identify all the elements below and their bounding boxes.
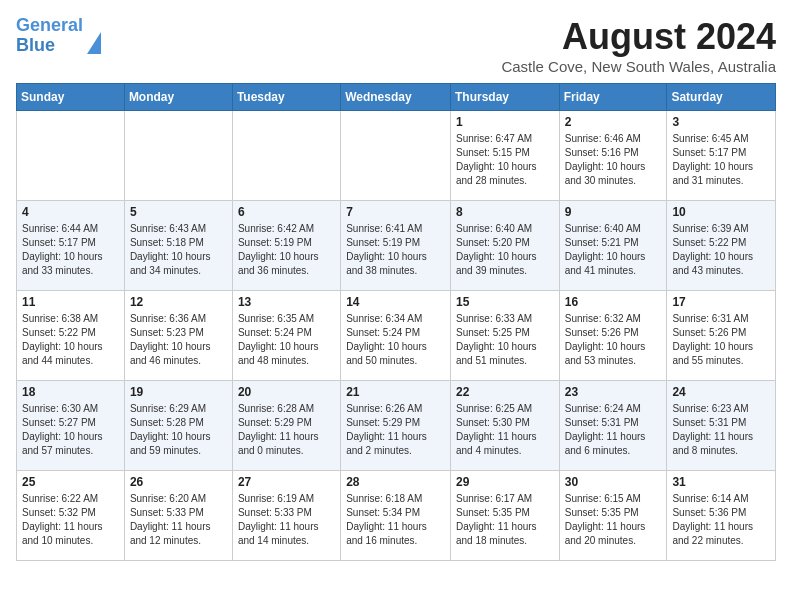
day-number: 20 (238, 385, 335, 399)
column-header-tuesday: Tuesday (232, 84, 340, 111)
day-info: Sunrise: 6:43 AM Sunset: 5:18 PM Dayligh… (130, 222, 227, 278)
day-number: 23 (565, 385, 662, 399)
calendar-cell: 20Sunrise: 6:28 AM Sunset: 5:29 PM Dayli… (232, 381, 340, 471)
title-block: August 2024 Castle Cove, New South Wales… (501, 16, 776, 75)
day-info: Sunrise: 6:40 AM Sunset: 5:20 PM Dayligh… (456, 222, 554, 278)
calendar-cell: 12Sunrise: 6:36 AM Sunset: 5:23 PM Dayli… (124, 291, 232, 381)
logo: General Blue (16, 16, 101, 56)
day-number: 31 (672, 475, 770, 489)
day-number: 22 (456, 385, 554, 399)
day-info: Sunrise: 6:45 AM Sunset: 5:17 PM Dayligh… (672, 132, 770, 188)
day-number: 8 (456, 205, 554, 219)
day-info: Sunrise: 6:31 AM Sunset: 5:26 PM Dayligh… (672, 312, 770, 368)
day-info: Sunrise: 6:14 AM Sunset: 5:36 PM Dayligh… (672, 492, 770, 548)
calendar-cell: 26Sunrise: 6:20 AM Sunset: 5:33 PM Dayli… (124, 471, 232, 561)
calendar-table: SundayMondayTuesdayWednesdayThursdayFrid… (16, 83, 776, 561)
day-info: Sunrise: 6:30 AM Sunset: 5:27 PM Dayligh… (22, 402, 119, 458)
day-number: 13 (238, 295, 335, 309)
day-info: Sunrise: 6:25 AM Sunset: 5:30 PM Dayligh… (456, 402, 554, 458)
day-number: 28 (346, 475, 445, 489)
day-number: 3 (672, 115, 770, 129)
day-info: Sunrise: 6:22 AM Sunset: 5:32 PM Dayligh… (22, 492, 119, 548)
calendar-cell: 11Sunrise: 6:38 AM Sunset: 5:22 PM Dayli… (17, 291, 125, 381)
calendar-cell: 28Sunrise: 6:18 AM Sunset: 5:34 PM Dayli… (341, 471, 451, 561)
column-header-saturday: Saturday (667, 84, 776, 111)
calendar-cell: 7Sunrise: 6:41 AM Sunset: 5:19 PM Daylig… (341, 201, 451, 291)
calendar-week-row: 4Sunrise: 6:44 AM Sunset: 5:17 PM Daylig… (17, 201, 776, 291)
calendar-cell: 21Sunrise: 6:26 AM Sunset: 5:29 PM Dayli… (341, 381, 451, 471)
day-info: Sunrise: 6:44 AM Sunset: 5:17 PM Dayligh… (22, 222, 119, 278)
day-number: 4 (22, 205, 119, 219)
calendar-cell: 8Sunrise: 6:40 AM Sunset: 5:20 PM Daylig… (450, 201, 559, 291)
calendar-cell (341, 111, 451, 201)
day-info: Sunrise: 6:23 AM Sunset: 5:31 PM Dayligh… (672, 402, 770, 458)
day-info: Sunrise: 6:17 AM Sunset: 5:35 PM Dayligh… (456, 492, 554, 548)
day-number: 7 (346, 205, 445, 219)
day-number: 29 (456, 475, 554, 489)
day-number: 19 (130, 385, 227, 399)
day-info: Sunrise: 6:19 AM Sunset: 5:33 PM Dayligh… (238, 492, 335, 548)
calendar-cell: 30Sunrise: 6:15 AM Sunset: 5:35 PM Dayli… (559, 471, 667, 561)
day-info: Sunrise: 6:40 AM Sunset: 5:21 PM Dayligh… (565, 222, 662, 278)
calendar-header-row: SundayMondayTuesdayWednesdayThursdayFrid… (17, 84, 776, 111)
day-number: 17 (672, 295, 770, 309)
day-number: 25 (22, 475, 119, 489)
calendar-week-row: 1Sunrise: 6:47 AM Sunset: 5:15 PM Daylig… (17, 111, 776, 201)
calendar-cell: 13Sunrise: 6:35 AM Sunset: 5:24 PM Dayli… (232, 291, 340, 381)
location-subtitle: Castle Cove, New South Wales, Australia (501, 58, 776, 75)
day-info: Sunrise: 6:35 AM Sunset: 5:24 PM Dayligh… (238, 312, 335, 368)
column-header-friday: Friday (559, 84, 667, 111)
logo-triangle-icon (87, 32, 101, 54)
day-number: 16 (565, 295, 662, 309)
calendar-cell: 1Sunrise: 6:47 AM Sunset: 5:15 PM Daylig… (450, 111, 559, 201)
day-number: 10 (672, 205, 770, 219)
column-header-monday: Monday (124, 84, 232, 111)
calendar-cell: 29Sunrise: 6:17 AM Sunset: 5:35 PM Dayli… (450, 471, 559, 561)
day-number: 6 (238, 205, 335, 219)
calendar-cell: 5Sunrise: 6:43 AM Sunset: 5:18 PM Daylig… (124, 201, 232, 291)
calendar-cell: 27Sunrise: 6:19 AM Sunset: 5:33 PM Dayli… (232, 471, 340, 561)
calendar-cell: 19Sunrise: 6:29 AM Sunset: 5:28 PM Dayli… (124, 381, 232, 471)
day-number: 15 (456, 295, 554, 309)
calendar-cell: 23Sunrise: 6:24 AM Sunset: 5:31 PM Dayli… (559, 381, 667, 471)
day-info: Sunrise: 6:33 AM Sunset: 5:25 PM Dayligh… (456, 312, 554, 368)
day-info: Sunrise: 6:18 AM Sunset: 5:34 PM Dayligh… (346, 492, 445, 548)
day-info: Sunrise: 6:20 AM Sunset: 5:33 PM Dayligh… (130, 492, 227, 548)
month-year-title: August 2024 (501, 16, 776, 58)
day-info: Sunrise: 6:39 AM Sunset: 5:22 PM Dayligh… (672, 222, 770, 278)
day-info: Sunrise: 6:41 AM Sunset: 5:19 PM Dayligh… (346, 222, 445, 278)
day-number: 5 (130, 205, 227, 219)
day-number: 18 (22, 385, 119, 399)
day-info: Sunrise: 6:46 AM Sunset: 5:16 PM Dayligh… (565, 132, 662, 188)
calendar-week-row: 25Sunrise: 6:22 AM Sunset: 5:32 PM Dayli… (17, 471, 776, 561)
day-info: Sunrise: 6:15 AM Sunset: 5:35 PM Dayligh… (565, 492, 662, 548)
calendar-cell: 31Sunrise: 6:14 AM Sunset: 5:36 PM Dayli… (667, 471, 776, 561)
calendar-cell: 24Sunrise: 6:23 AM Sunset: 5:31 PM Dayli… (667, 381, 776, 471)
calendar-cell: 15Sunrise: 6:33 AM Sunset: 5:25 PM Dayli… (450, 291, 559, 381)
calendar-cell: 25Sunrise: 6:22 AM Sunset: 5:32 PM Dayli… (17, 471, 125, 561)
day-number: 9 (565, 205, 662, 219)
column-header-thursday: Thursday (450, 84, 559, 111)
calendar-cell (124, 111, 232, 201)
calendar-cell (232, 111, 340, 201)
calendar-cell: 6Sunrise: 6:42 AM Sunset: 5:19 PM Daylig… (232, 201, 340, 291)
day-number: 1 (456, 115, 554, 129)
column-header-wednesday: Wednesday (341, 84, 451, 111)
day-info: Sunrise: 6:26 AM Sunset: 5:29 PM Dayligh… (346, 402, 445, 458)
calendar-cell: 18Sunrise: 6:30 AM Sunset: 5:27 PM Dayli… (17, 381, 125, 471)
calendar-cell: 9Sunrise: 6:40 AM Sunset: 5:21 PM Daylig… (559, 201, 667, 291)
calendar-week-row: 11Sunrise: 6:38 AM Sunset: 5:22 PM Dayli… (17, 291, 776, 381)
day-number: 12 (130, 295, 227, 309)
day-info: Sunrise: 6:36 AM Sunset: 5:23 PM Dayligh… (130, 312, 227, 368)
day-number: 30 (565, 475, 662, 489)
day-info: Sunrise: 6:29 AM Sunset: 5:28 PM Dayligh… (130, 402, 227, 458)
day-number: 26 (130, 475, 227, 489)
calendar-cell: 3Sunrise: 6:45 AM Sunset: 5:17 PM Daylig… (667, 111, 776, 201)
calendar-cell: 4Sunrise: 6:44 AM Sunset: 5:17 PM Daylig… (17, 201, 125, 291)
day-info: Sunrise: 6:47 AM Sunset: 5:15 PM Dayligh… (456, 132, 554, 188)
calendar-week-row: 18Sunrise: 6:30 AM Sunset: 5:27 PM Dayli… (17, 381, 776, 471)
calendar-cell: 2Sunrise: 6:46 AM Sunset: 5:16 PM Daylig… (559, 111, 667, 201)
day-info: Sunrise: 6:28 AM Sunset: 5:29 PM Dayligh… (238, 402, 335, 458)
day-info: Sunrise: 6:34 AM Sunset: 5:24 PM Dayligh… (346, 312, 445, 368)
day-number: 27 (238, 475, 335, 489)
